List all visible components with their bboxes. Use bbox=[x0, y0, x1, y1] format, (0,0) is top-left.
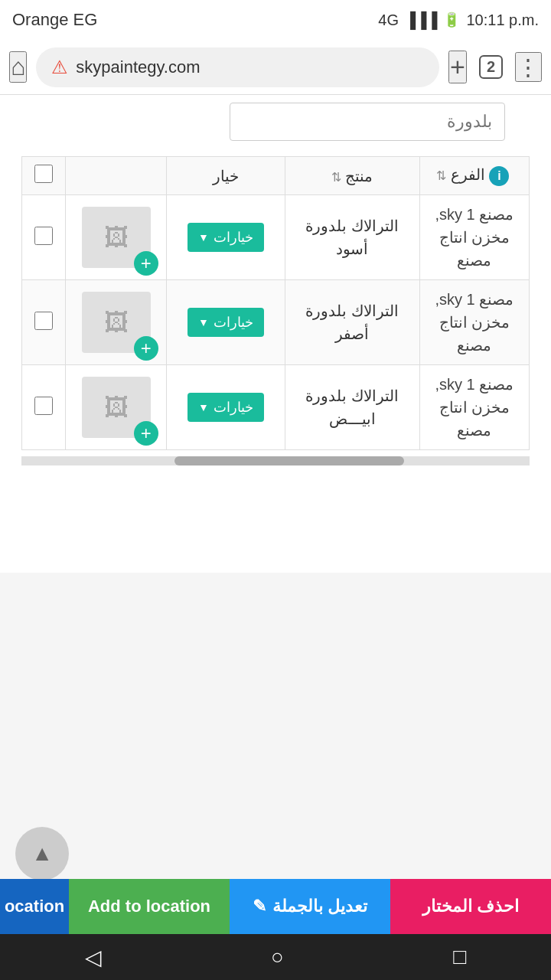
more-menu-button[interactable]: ⋮ bbox=[515, 52, 542, 82]
row-checkbox[interactable] bbox=[34, 227, 53, 245]
location-partial-button[interactable]: ocation bbox=[0, 879, 69, 934]
options-dropdown-button[interactable]: خيارات ▼ bbox=[187, 308, 264, 337]
header-product-text: منتج bbox=[345, 168, 373, 185]
status-right: 4G ▐▐▐ 🔋 10:11 p.m. bbox=[378, 11, 539, 29]
product-name-cell: الترالاك بلدورة أسود bbox=[285, 195, 419, 280]
back-icon: ◁ bbox=[85, 946, 102, 969]
battery-icon: 🔋 bbox=[443, 11, 460, 28]
info-icon[interactable]: i bbox=[489, 166, 509, 186]
home-nav-button[interactable]: ○ bbox=[253, 939, 302, 975]
header-image-col bbox=[66, 157, 167, 195]
add-image-button[interactable]: + bbox=[134, 421, 158, 446]
image-placeholder: 🖼 + bbox=[82, 377, 151, 438]
image-placeholder: 🖼 + bbox=[82, 207, 151, 268]
checkbox-cell bbox=[22, 195, 66, 280]
row-checkbox[interactable] bbox=[34, 397, 53, 415]
scrollbar-thumb bbox=[174, 456, 404, 466]
header-branch-text: الفرع bbox=[451, 166, 485, 183]
options-btn-label: خيارات bbox=[214, 399, 253, 416]
sort-product-icon[interactable]: ⇅ bbox=[331, 171, 341, 184]
header-checkbox-col bbox=[22, 157, 66, 195]
image-icon: 🖼 bbox=[104, 224, 129, 252]
image-placeholder: 🖼 + bbox=[82, 292, 151, 353]
product-table: خيار منتج ⇅ i الفرع ⇅ bbox=[21, 156, 530, 450]
header-product-col: منتج ⇅ bbox=[285, 157, 419, 195]
chevron-up-icon: ▲ bbox=[31, 841, 53, 866]
bulk-edit-button[interactable]: تعديل بالجملة ✎ bbox=[230, 879, 390, 934]
image-cell: 🖼 + bbox=[66, 280, 167, 365]
tabs-count-button[interactable]: 2 bbox=[479, 55, 503, 79]
table-row: 🖼 + خيارات ▼ الترالاك بلدورة أصفر مصنع s… bbox=[22, 280, 530, 365]
nav-bar: ◁ ○ □ bbox=[0, 934, 551, 980]
product-name-cell: الترالاك بلدورة أصفر bbox=[285, 280, 419, 365]
options-btn-label: خيارات bbox=[214, 314, 253, 331]
table-row: 🖼 + خيارات ▼ الترالاك بلدورة ابيـــض مصن… bbox=[22, 365, 530, 450]
product-name-cell: الترالاك بلدورة ابيـــض bbox=[285, 365, 419, 450]
page-content: خيار منتج ⇅ i الفرع ⇅ bbox=[0, 95, 551, 573]
option-cell: خيارات ▼ bbox=[167, 280, 285, 365]
table-wrapper: خيار منتج ⇅ i الفرع ⇅ bbox=[0, 156, 551, 450]
carrier-text: Orange EG bbox=[12, 10, 97, 30]
add-image-button[interactable]: + bbox=[134, 251, 158, 276]
table-header-row: خيار منتج ⇅ i الفرع ⇅ bbox=[22, 157, 530, 195]
url-text: skypaintegy.com bbox=[76, 57, 200, 77]
checkbox-cell bbox=[22, 365, 66, 450]
table-row: 🖼 + خيارات ▼ الترالاك بلدورة أسود مصنع s… bbox=[22, 195, 530, 280]
dropdown-arrow-icon: ▼ bbox=[198, 316, 209, 328]
warning-icon: ⚠ bbox=[51, 57, 68, 78]
header-branch-col: i الفرع ⇅ bbox=[419, 157, 529, 195]
image-cell: 🖼 + bbox=[66, 365, 167, 450]
option-cell: خيارات ▼ bbox=[167, 365, 285, 450]
delete-selected-button[interactable]: احذف المختار bbox=[390, 879, 551, 934]
row-checkbox[interactable] bbox=[34, 312, 53, 330]
branch-cell: مصنع sky 1, مخزن انتاج مصنع bbox=[419, 365, 529, 450]
checkbox-cell bbox=[22, 280, 66, 365]
bulk-edit-label: تعديل بالجملة bbox=[272, 897, 367, 916]
bottom-action-bar: ocation Add to location تعديل بالجملة ✎ … bbox=[0, 879, 551, 934]
signal-bars-icon: ▐▐▐ bbox=[405, 11, 438, 29]
url-bar[interactable]: ⚠ skypaintegy.com bbox=[36, 47, 439, 87]
add-to-location-label: Add to location bbox=[88, 897, 210, 916]
sort-branch-icon[interactable]: ⇅ bbox=[436, 169, 446, 182]
branch-cell: مصنع sky 1, مخزن انتاج مصنع bbox=[419, 280, 529, 365]
options-dropdown-button[interactable]: خيارات ▼ bbox=[187, 223, 264, 252]
add-to-location-button[interactable]: Add to location bbox=[69, 879, 230, 934]
header-option-col: خيار bbox=[167, 157, 285, 195]
image-icon: 🖼 bbox=[104, 309, 129, 337]
home-button[interactable]: ⌂ bbox=[9, 51, 27, 83]
search-area bbox=[0, 95, 551, 149]
back-button[interactable]: ◁ bbox=[67, 939, 120, 976]
browser-bar: ⌂ ⚠ skypaintegy.com + 2 ⋮ bbox=[0, 40, 551, 95]
status-bar: Orange EG 4G ▐▐▐ 🔋 10:11 p.m. bbox=[0, 0, 551, 40]
signal-text: 4G bbox=[378, 11, 399, 29]
dropdown-arrow-icon: ▼ bbox=[198, 231, 209, 243]
header-option-text: خيار bbox=[213, 168, 239, 185]
option-cell: خيارات ▼ bbox=[167, 195, 285, 280]
horizontal-scrollbar[interactable] bbox=[21, 456, 530, 466]
recents-button[interactable]: □ bbox=[435, 939, 484, 975]
branch-cell: مصنع sky 1, مخزن انتاج مصنع bbox=[419, 195, 529, 280]
select-all-checkbox[interactable] bbox=[34, 165, 53, 183]
search-input[interactable] bbox=[230, 103, 505, 141]
delete-selected-label: احذف المختار bbox=[422, 897, 519, 916]
image-cell: 🖼 + bbox=[66, 195, 167, 280]
options-dropdown-button[interactable]: خيارات ▼ bbox=[187, 393, 264, 422]
recents-icon: □ bbox=[453, 945, 466, 969]
dropdown-arrow-icon: ▼ bbox=[198, 401, 209, 413]
browser-actions: + 2 ⋮ bbox=[448, 51, 542, 83]
time-text: 10:11 p.m. bbox=[466, 11, 539, 29]
edit-icon: ✎ bbox=[253, 897, 266, 916]
home-circle-icon: ○ bbox=[271, 945, 284, 969]
image-icon: 🖼 bbox=[104, 394, 129, 422]
options-btn-label: خيارات bbox=[214, 229, 253, 246]
new-tab-button[interactable]: + bbox=[448, 51, 467, 83]
add-image-button[interactable]: + bbox=[134, 336, 158, 361]
scroll-to-top-button[interactable]: ▲ bbox=[15, 827, 69, 880]
location-partial-label: ocation bbox=[5, 897, 64, 916]
